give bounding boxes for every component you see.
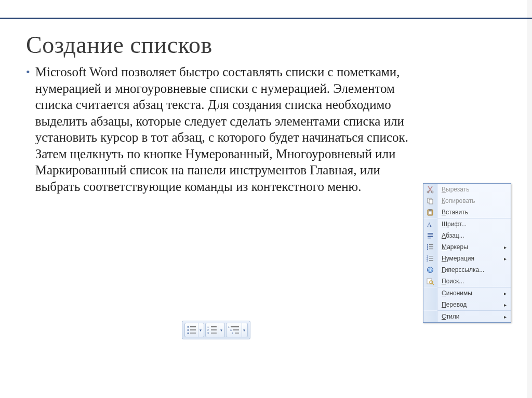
submenu-arrow-icon: ▸ [501,256,511,262]
menu-item-copy-1[interactable]: Копировать [423,195,511,207]
cut-icon [423,184,437,195]
svg-point-14 [427,246,428,248]
top-rule [0,18,532,19]
body-area: • Microsoft Word позволяет быстро состав… [26,64,511,323]
para-icon [423,230,437,241]
svg-rect-39 [211,333,217,334]
submenu-arrow-icon: ▸ [501,244,511,250]
slide: Создание списков • Microsoft Word позвол… [0,0,532,398]
svg-point-28 [188,326,189,328]
menu-item-label: Нумерация [437,255,501,262]
menu-item-label: Стили [437,313,501,320]
bulleted-list-button[interactable]: ▾ [184,323,204,337]
svg-rect-11 [428,238,431,238]
slide-title: Создание списков [26,31,511,59]
menu-item-numbers-7[interactable]: 123Нумерация▸ [423,253,511,264]
submenu-arrow-icon: ▸ [501,302,511,308]
ribbon-list-buttons: ▾ 1 2 3 ▾ 1 a i ▾ [182,321,250,339]
svg-rect-10 [428,236,433,237]
menu-item-label: Вырезать [437,186,511,193]
body-paragraph: Microsoft Word позволяет быстро составля… [35,64,418,195]
bulleted-list-icon [187,325,197,335]
menu-item-label: Абзац... [437,232,511,239]
menu-item-bullets-6[interactable]: Маркеры▸ [423,241,511,253]
svg-rect-3 [429,199,433,204]
numbered-list-button[interactable]: 1 2 3 ▾ [205,323,225,337]
svg-rect-8 [428,233,433,234]
numbers-icon: 123 [423,253,437,264]
svg-rect-17 [429,249,433,249]
multilevel-list-icon: 1 a i [228,325,241,335]
svg-text:i: i [232,332,233,335]
svg-point-12 [427,244,428,245]
svg-rect-21 [429,258,433,258]
svg-rect-35 [211,326,217,327]
menu-item-label: Синонимы [437,290,501,297]
submenu-arrow-icon: ▸ [501,314,511,320]
svg-line-27 [432,283,434,285]
numbered-list-icon: 1 2 3 [207,325,218,335]
svg-text:1: 1 [228,325,230,328]
submenu-arrow-icon: ▸ [501,291,511,296]
text-column: • Microsoft Word позволяет быстро состав… [26,64,423,195]
slide-shadow [527,0,532,398]
dropdown-arrow-icon[interactable]: ▾ [242,323,246,337]
context-menu: ВырезатьКопироватьВставитьAШрифт...Абзац… [423,183,511,323]
svg-rect-43 [233,330,239,331]
svg-rect-33 [190,333,196,334]
menu-item-label: Поиск... [437,278,511,285]
svg-point-32 [188,333,189,334]
menu-item-label: Вставить [437,209,511,216]
svg-text:A: A [427,221,432,228]
svg-rect-15 [429,246,433,247]
svg-rect-25 [427,279,432,284]
svg-text:a: a [230,328,232,332]
menu-item-paste-2[interactable]: Вставить [423,207,511,218]
menu-item-label: Копировать [437,197,511,204]
menu-item-cut-0[interactable]: Вырезать [423,184,511,195]
font-icon: A [423,218,437,230]
blank-icon [423,287,437,299]
svg-rect-37 [211,330,217,331]
svg-rect-31 [190,330,196,331]
menu-item-label: Перевод [437,301,501,308]
svg-text:3: 3 [427,259,428,262]
search-icon [423,276,437,287]
dropdown-arrow-icon[interactable]: ▾ [219,323,223,337]
blank-icon [423,311,437,322]
menu-item-para-5[interactable]: Абзац... [423,230,511,241]
dropdown-arrow-icon[interactable]: ▾ [198,323,203,337]
bullets-icon [423,241,437,253]
menu-item-blank-11[interactable]: Синонимы▸ [423,287,511,299]
menu-item-hyperlink-8[interactable]: Гиперссылка... [423,264,511,276]
multilevel-list-button[interactable]: 1 a i ▾ [226,323,248,337]
svg-rect-6 [429,211,432,214]
menu-item-label: Маркеры [437,243,501,251]
copy-icon [423,195,437,207]
menu-item-label: Шрифт... [437,221,511,228]
paste-icon [423,207,437,218]
bullet-marker: • [26,64,30,80]
menu-item-font-4[interactable]: AШрифт... [423,218,511,230]
svg-rect-29 [190,326,196,327]
svg-rect-19 [429,256,433,256]
svg-rect-45 [235,333,239,334]
svg-point-30 [188,330,189,331]
svg-text:3: 3 [207,332,209,335]
blank-icon [423,299,437,310]
svg-rect-5 [429,209,432,211]
menu-item-label: Гиперссылка... [437,266,511,273]
svg-rect-9 [428,235,433,235]
hyperlink-icon [423,264,437,276]
svg-point-16 [427,249,428,250]
svg-rect-41 [231,326,239,327]
menu-item-search-9[interactable]: Поиск... [423,276,511,287]
svg-rect-13 [429,244,433,245]
menu-item-blank-14[interactable]: Стили▸ [423,311,511,322]
svg-rect-23 [429,260,433,260]
menu-item-blank-12[interactable]: Перевод▸ [423,299,511,310]
